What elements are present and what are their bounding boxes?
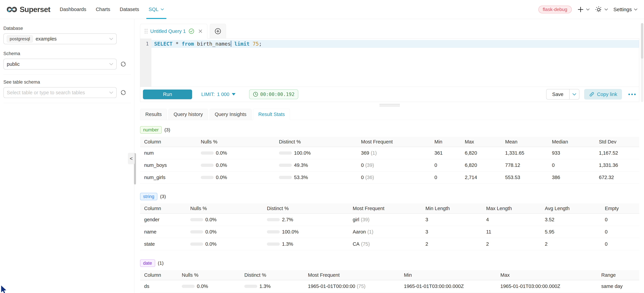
save-options-button[interactable] (569, 89, 579, 99)
column-header-nulls-: Nulls % (190, 204, 267, 213)
editor-toolbar: Run LIMIT: 1 000 00:00:00.192 Save (140, 87, 639, 102)
nav-item-sql[interactable]: SQL (144, 0, 169, 19)
type-badge-string: string (140, 193, 157, 200)
scrollbar-thumb[interactable] (641, 23, 643, 59)
row-name: num_boys (140, 159, 201, 171)
stat-value-min: 1965-01-01T03:00:00.000Z (404, 280, 500, 292)
table-select[interactable]: Select table or type to search tables (4, 87, 117, 98)
distinct-bar (244, 285, 257, 288)
stat-value-std-dev: 1,167.52 (599, 147, 639, 159)
tab-query-insights[interactable]: Query Insights (210, 109, 252, 120)
sql-statement[interactable]: SELECT * from birth_names limit 75; (152, 40, 639, 48)
type-badge-date: date (140, 260, 155, 267)
distinct-bar (279, 152, 292, 155)
schema-select[interactable]: public (4, 59, 117, 70)
nulls-percent: 0.0% (216, 150, 227, 156)
copy-link-button[interactable]: Copy link (584, 89, 622, 100)
run-button[interactable]: Run (143, 90, 192, 99)
tab-result-stats[interactable]: Result Stats (253, 109, 290, 120)
stat-value-empty: 0 (605, 238, 639, 250)
table-row: name0.0%100.0%Aaron(1)3115.950 (140, 226, 639, 238)
most-frequent-count: (39) (361, 217, 370, 222)
type-badge-number: number (140, 126, 162, 134)
column-header-column: Column (140, 270, 182, 280)
new-query-tab-button[interactable] (210, 24, 226, 38)
column-header-min: Min (404, 270, 500, 280)
sql-editor: 1 SELECT * from birth_names limit 75; Ru… (140, 38, 639, 102)
row-name: num (140, 147, 201, 159)
nulls-percent: 0.0% (205, 217, 216, 222)
refresh-schemas-icon[interactable] (120, 61, 126, 67)
table-row: gender0.0%2.7%girl(39)343.520 (140, 214, 639, 226)
nav-item-datasets[interactable]: Datasets (115, 0, 144, 19)
table-row: num_boys0.0%49.3%0(39)06,820778.1201,331… (140, 159, 639, 172)
caret-down-icon (232, 93, 236, 96)
nav-item-charts[interactable]: Charts (91, 0, 115, 19)
stat-value-mean: 553.53 (505, 172, 552, 184)
row-name: ds (140, 280, 182, 292)
tab-results[interactable]: Results (140, 109, 167, 120)
refresh-tables-icon[interactable] (120, 89, 126, 96)
distinct-cell: 49.3% (279, 159, 361, 171)
database-select[interactable]: postgresql examples (4, 34, 117, 44)
save-button[interactable]: Save (546, 89, 569, 99)
nulls-percent: 0.0% (205, 229, 216, 235)
plus-circle-icon (214, 28, 221, 34)
stats-table-string: ColumnNulls %Distinct %Most FrequentMin … (140, 204, 639, 250)
stat-value-min-length: 3 (426, 226, 486, 238)
pane-resize-handle[interactable] (380, 104, 400, 106)
nulls-cell: 0.0% (201, 159, 279, 171)
stat-value-median: 386 (552, 172, 599, 184)
nav-item-label: Dashboards (60, 6, 86, 12)
brand-name: Superset (20, 5, 50, 14)
limit-dropdown[interactable]: LIMIT: 1 000 (201, 92, 236, 97)
distinct-bar (267, 218, 280, 221)
column-header-most-frequent: Most Frequent (308, 270, 404, 280)
distinct-percent: 100.0% (282, 229, 298, 235)
nulls-cell: 0.0% (182, 280, 244, 292)
column-header-min: Min (434, 137, 465, 147)
row-name: gender (140, 214, 190, 226)
column-header-column: Column (140, 137, 201, 147)
line-number: 1 (140, 40, 152, 48)
column-header-std-dev: Std Dev (599, 137, 639, 147)
most-frequent-cell: 369(1) (361, 147, 434, 159)
nulls-cell: 0.0% (190, 226, 267, 238)
editor-scrollbar[interactable] (641, 23, 643, 102)
close-tab-icon[interactable] (198, 29, 203, 34)
query-tab-strip: Untitled Query 1 (140, 24, 639, 38)
nulls-bar (201, 176, 214, 179)
sql-code-area[interactable]: 1 SELECT * from birth_names limit 75; (140, 38, 639, 87)
nulls-percent: 0.0% (197, 284, 208, 289)
most-frequent-cell: 0(36) (361, 172, 434, 184)
drag-handle-icon[interactable] (145, 29, 148, 34)
most-frequent-value: 0 (361, 175, 364, 180)
new-item-button[interactable] (577, 6, 590, 13)
distinct-percent: 100.0% (294, 150, 311, 156)
nav-item-dashboards[interactable]: Dashboards (55, 0, 91, 19)
stat-value-min: 0 (434, 159, 465, 171)
save-split-button: Save (546, 89, 580, 100)
tab-query-history[interactable]: Query history (168, 109, 208, 120)
table-row: ds0.0%1.3%1965-01-01T00:00:00(75)1965-01… (140, 280, 639, 292)
theme-toggle-button[interactable] (595, 6, 608, 13)
column-header-median: Median (552, 137, 599, 147)
stat-value-max-length: 2 (486, 238, 545, 250)
superset-logo[interactable]: Superset (6, 4, 50, 15)
chevron-down-icon (109, 92, 113, 94)
stat-value-avg-length: 2 (545, 238, 605, 250)
settings-menu[interactable]: Settings (614, 6, 638, 12)
stats-table-date: ColumnNulls %Distinct %Most FrequentMinM… (140, 270, 639, 292)
nav-item-label: SQL (149, 6, 158, 12)
nav-item-label: Charts (96, 6, 110, 12)
sqllab-left-panel: Database postgresql examples Schema publ… (0, 19, 134, 293)
collapse-sidebar-button[interactable]: < (128, 153, 135, 164)
settings-label: Settings (614, 6, 632, 12)
sql-token: limit (234, 41, 250, 47)
query-tab[interactable]: Untitled Query 1 (140, 24, 208, 38)
most-frequent-count: (39) (365, 162, 374, 168)
sql-token (179, 41, 182, 47)
plus-icon (577, 6, 584, 13)
more-actions-button[interactable] (627, 94, 638, 95)
column-header-mean: Mean (505, 137, 552, 147)
